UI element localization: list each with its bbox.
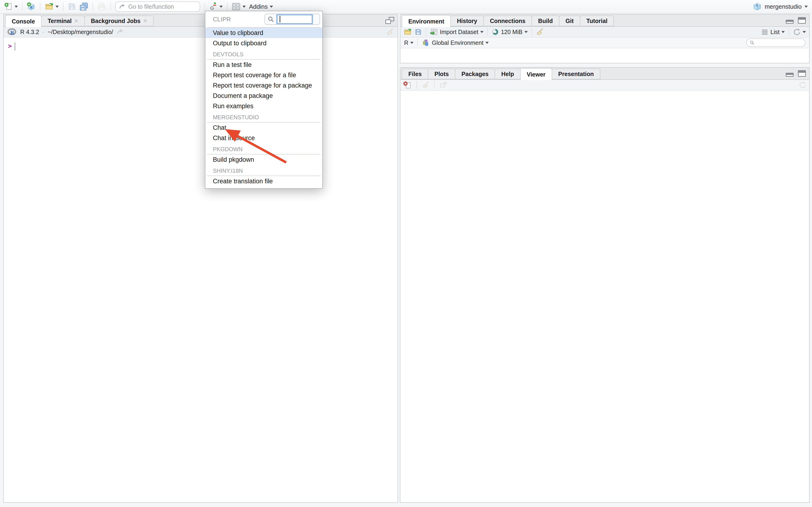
save-workspace-button[interactable]: [414, 28, 422, 36]
tab-tutorial[interactable]: Tutorial: [580, 15, 614, 26]
tab-connections[interactable]: Connections: [483, 15, 532, 26]
list-icon: [761, 28, 768, 36]
menu-item-output-to-clipboard[interactable]: Output to clipboard: [205, 38, 322, 48]
clean-viewer-button[interactable]: [421, 81, 429, 89]
tab-label: Plots: [435, 71, 449, 77]
tab-presentation[interactable]: Presentation: [552, 68, 600, 79]
environment-toolbar: Import Dataset 120 MiB List: [400, 27, 809, 38]
load-workspace-button[interactable]: [404, 28, 412, 36]
goto-file-input[interactable]: [128, 3, 196, 10]
project-selector[interactable]: R mergenstudio: [753, 2, 808, 11]
menu-section-header: SHINY.I18N: [205, 165, 322, 176]
open-folder-icon: [45, 2, 54, 11]
list-view-label: List: [770, 29, 779, 36]
tab-label: Console: [12, 18, 35, 25]
close-icon[interactable]: ×: [143, 18, 147, 24]
chevron-down-icon: [243, 6, 246, 8]
memory-usage-label: 120 MiB: [501, 29, 522, 36]
toolbar-divider: [93, 3, 93, 10]
tab-label: Packages: [461, 71, 489, 77]
close-icon[interactable]: ×: [74, 18, 78, 24]
viewer-content: [400, 91, 809, 491]
tab-files[interactable]: Files: [402, 68, 428, 79]
environment-panel: Environment History Connections Build Gi…: [400, 14, 810, 63]
minimize-pane-icon[interactable]: [786, 20, 794, 24]
search-icon: [267, 16, 274, 23]
new-file-button[interactable]: [4, 2, 18, 11]
save-icon: [414, 28, 422, 36]
maximize-pane-icon[interactable]: [798, 17, 806, 24]
menu-item-run-examples[interactable]: Run examples: [205, 101, 322, 111]
broom-icon: [421, 81, 429, 89]
refresh-environment-button[interactable]: [793, 28, 806, 36]
print-button[interactable]: [97, 2, 106, 11]
new-project-button[interactable]: R: [27, 2, 36, 11]
project-name: mergenstudio: [765, 3, 802, 10]
environment-content: [400, 48, 809, 62]
tab-label: Background Jobs: [91, 17, 141, 24]
menu-item-chat[interactable]: Chat: [205, 122, 322, 133]
memory-usage-button[interactable]: 120 MiB: [492, 28, 528, 36]
addins-search-input[interactable]: [277, 14, 312, 24]
tab-packages[interactable]: Packages: [455, 68, 495, 79]
addins-search-box[interactable]: [264, 14, 320, 25]
viewer-tabbar: Files Plots Packages Help Viewer Present…: [400, 68, 809, 80]
tab-viewer[interactable]: Viewer: [520, 68, 552, 80]
menu-item-report-test-coverage-package[interactable]: Report test coverage for a package: [205, 80, 322, 91]
menu-item-build-pkgdown[interactable]: Build pkgdown: [205, 155, 322, 165]
svg-text:R: R: [10, 30, 14, 36]
r-version: R 4.3.2: [20, 29, 39, 36]
tab-build[interactable]: Build: [531, 15, 559, 26]
tab-console[interactable]: Console: [5, 15, 42, 27]
menu-item-run-a-test-file[interactable]: Run a test file: [205, 60, 322, 70]
environment-scope-selector[interactable]: Global Environment: [421, 39, 489, 47]
chevron-down-icon: [524, 31, 528, 33]
workspace-panes-button[interactable]: [232, 2, 246, 11]
language-selector[interactable]: R: [404, 40, 413, 46]
tab-background-jobs[interactable]: Background Jobs ×: [84, 15, 154, 26]
save-all-button[interactable]: [80, 2, 88, 11]
r-logo-icon: R: [7, 28, 17, 36]
maximize-pane-icon[interactable]: [385, 17, 394, 24]
environment-pane-actions: [786, 14, 806, 26]
clear-environment-button[interactable]: [536, 28, 544, 36]
save-button[interactable]: [68, 2, 76, 11]
console-header: R R 4.3.2 · ~/Desktop/mergenstudio/: [4, 27, 398, 38]
tab-history[interactable]: History: [450, 15, 484, 26]
open-directory-arrow-icon[interactable]: [116, 29, 123, 36]
refresh-viewer-button[interactable]: [798, 81, 806, 89]
addins-popup-menu: CLIPR Value to clipboard Output to clipb…: [205, 11, 323, 189]
menu-item-create-translation-file[interactable]: Create translation file: [205, 176, 322, 186]
goto-file-function-search[interactable]: [115, 1, 200, 12]
menu-item-chat-in-source[interactable]: Chat in Source: [205, 133, 322, 143]
menu-item-value-to-clipboard[interactable]: Value to clipboard: [205, 28, 322, 38]
addins-menu-button[interactable]: Addins: [249, 3, 273, 10]
list-view-button[interactable]: List: [761, 28, 785, 36]
tab-git[interactable]: Git: [559, 15, 580, 26]
clear-viewer-button[interactable]: [403, 81, 412, 89]
console-input-area[interactable]: >: [4, 38, 398, 50]
clear-viewer-icon: [403, 81, 412, 89]
tab-plots[interactable]: Plots: [428, 68, 455, 79]
import-dataset-button[interactable]: Import Dataset: [430, 28, 484, 36]
environment-scope-bar: R Global Environment: [400, 38, 809, 48]
global-environment-icon: [421, 39, 430, 47]
tab-environment[interactable]: Environment: [402, 15, 451, 27]
environment-search-box[interactable]: [746, 39, 805, 47]
tab-terminal[interactable]: Terminal ×: [41, 15, 85, 26]
open-file-button[interactable]: [45, 2, 59, 11]
minimize-pane-icon[interactable]: [786, 73, 794, 77]
addins-search-input-wrap: [277, 14, 312, 24]
version-control-button[interactable]: G: [209, 2, 223, 11]
clear-console-button[interactable]: [386, 28, 394, 36]
environment-search-input[interactable]: [757, 39, 802, 46]
publish-button[interactable]: [439, 81, 447, 89]
maximize-pane-icon[interactable]: [798, 70, 806, 77]
tab-label: Terminal: [48, 17, 72, 24]
menu-item-report-test-coverage-file[interactable]: Report test coverage for a file: [205, 70, 322, 80]
menu-item-document-a-package[interactable]: Document a package: [205, 91, 322, 101]
tab-help[interactable]: Help: [495, 68, 520, 79]
console-prompt: >: [8, 42, 12, 50]
toolbar-divider: [227, 3, 227, 10]
tab-label: Presentation: [558, 71, 594, 77]
